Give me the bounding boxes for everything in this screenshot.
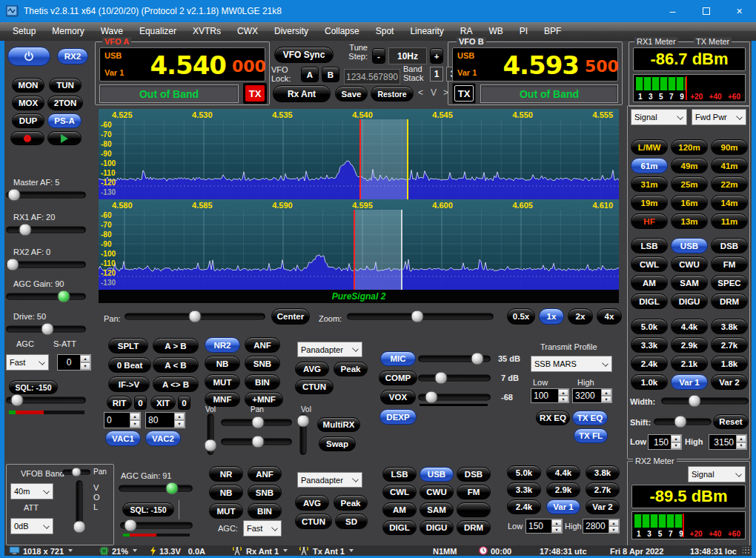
band-stack-1[interactable]: 1 <box>430 67 443 82</box>
slider-knob[interactable] <box>19 224 31 236</box>
tx-high-stepper[interactable]: 3200 ▲▼ <box>572 388 612 403</box>
mut-button[interactable]: MUT <box>205 374 240 390</box>
zero-beat-button[interactable]: 0 Beat <box>108 357 151 373</box>
rx2-mode-button[interactable]: DRM <box>457 520 491 535</box>
rx1-vol-slider[interactable] <box>204 413 216 455</box>
minimize-button[interactable]: – <box>656 0 689 22</box>
filter-button[interactable]: 4.4k <box>671 319 708 334</box>
menu-item[interactable]: PI <box>511 22 536 41</box>
two-tone-button[interactable]: 2TON <box>47 96 83 110</box>
mox-button[interactable]: MOX <box>12 96 44 110</box>
band-button[interactable]: 120m <box>671 139 708 155</box>
tune-step-down-button[interactable]: - <box>372 48 385 64</box>
stepper-arrows[interactable]: ▲▼ <box>80 355 90 370</box>
subrx-vol-slider[interactable] <box>296 413 309 455</box>
stepper-arrows[interactable]: ▲▼ <box>671 435 681 449</box>
filter-shift-slider[interactable] <box>654 415 712 428</box>
mic-button[interactable]: MIC <box>380 351 416 366</box>
rx2-agc-combo[interactable]: Fast <box>243 520 282 537</box>
zoom-preset-button[interactable]: 4x <box>597 308 622 325</box>
rx2-button[interactable]: RX2 <box>57 48 88 64</box>
band-button[interactable]: 13m <box>671 213 708 229</box>
tx-ant-selector[interactable]: Tx Ant 1 <box>298 545 354 556</box>
filter-button[interactable]: 1.0k <box>631 374 668 390</box>
restore-button[interactable]: Restore <box>371 86 414 102</box>
vox-button[interactable]: VOX <box>380 390 416 405</box>
rx2-mut-button[interactable]: MUT <box>209 503 243 519</box>
memory-prev-button[interactable]: < <box>418 87 423 98</box>
slider-knob[interactable] <box>251 416 264 429</box>
rx1-af-slider[interactable] <box>6 223 86 236</box>
stepper-arrows[interactable]: ▲▼ <box>130 413 140 428</box>
filter-low-stepper[interactable]: 150 ▲▼ <box>648 434 682 450</box>
rx1-peak-button[interactable]: Peak <box>334 362 368 376</box>
xit-button[interactable]: XIT <box>150 396 176 410</box>
mode-button[interactable]: LSB <box>631 238 668 253</box>
band-button[interactable]: 90m <box>711 139 748 155</box>
slider-knob[interactable] <box>72 468 82 477</box>
mode-button[interactable]: DIGL <box>631 293 668 309</box>
anf-button[interactable]: ANF <box>245 337 280 353</box>
filter-button[interactable]: 3.8k <box>711 319 748 334</box>
menu-item[interactable]: XVTRs <box>185 22 229 41</box>
mode-button[interactable]: SAM <box>671 275 708 290</box>
rx2-af-slider[interactable] <box>6 258 86 271</box>
slider-knob[interactable] <box>57 290 70 303</box>
memory-next-button[interactable]: > <box>443 87 448 98</box>
stepper-arrows[interactable]: ▲▼ <box>609 519 619 533</box>
rx2-filter-button[interactable]: Var 2 <box>586 499 620 514</box>
play-button[interactable] <box>47 131 82 145</box>
shift-reset-button[interactable]: Reset <box>713 414 749 429</box>
transmit-profile-combo[interactable]: SSB MARS <box>531 356 612 372</box>
rx2-mode-button[interactable]: SAM <box>420 502 454 517</box>
rx2-snb-button[interactable]: SNB <box>248 485 282 500</box>
band-button[interactable]: 22m <box>711 176 748 192</box>
menu-item[interactable]: Collapse <box>316 22 368 41</box>
zoom-preset-button[interactable]: 2x <box>568 308 593 325</box>
slider-knob[interactable] <box>73 520 85 533</box>
vfo-lock-b-button[interactable]: B <box>322 67 339 82</box>
filter-button[interactable]: Var 2 <box>711 374 748 390</box>
sql-button[interactable]: SQL: -150 <box>9 380 58 394</box>
power-button[interactable] <box>7 47 50 66</box>
rit-stepper[interactable]: 0 ▲▼ <box>104 412 141 428</box>
rx2-avg-button[interactable]: AVG <box>295 495 329 511</box>
memory-v-button[interactable]: V <box>431 87 437 98</box>
vfo-sync-button[interactable]: VFO Sync <box>274 47 334 63</box>
rx2-nb-button[interactable]: NB <box>209 485 243 500</box>
nr2-button[interactable]: NR2 <box>205 337 240 353</box>
vfo-b-display[interactable]: USB Var 1 4.593 500 <box>452 47 618 82</box>
rx2-filter-button[interactable]: 2.4k <box>507 499 541 514</box>
mode-button[interactable]: AM <box>631 275 668 290</box>
zoom-preset-button[interactable]: 0.5x <box>507 308 535 325</box>
slider-knob[interactable] <box>674 416 686 428</box>
band-button[interactable]: 25m <box>671 176 708 192</box>
slider-knob[interactable] <box>688 395 700 408</box>
rx2-agc-gain-slider[interactable] <box>119 482 193 495</box>
mic-gain-slider[interactable] <box>418 353 491 365</box>
filter-button[interactable]: 2.4k <box>631 356 668 371</box>
rx2-mode-button[interactable]: DIGU <box>420 520 454 535</box>
filter-width-slider[interactable] <box>661 394 749 408</box>
rx2-filter-button[interactable]: Var 1 <box>546 499 580 514</box>
drive-slider[interactable] <box>6 322 86 336</box>
maximize-button[interactable] <box>689 0 723 22</box>
a-swap-b-button[interactable]: A <> B <box>153 376 199 392</box>
slider-knob[interactable] <box>42 323 54 336</box>
slider-knob[interactable] <box>296 415 309 428</box>
band-button[interactable]: 11m <box>711 213 748 229</box>
rx2-peak-button[interactable]: Peak <box>334 495 368 511</box>
vfo-b-tx-indicator[interactable]: TX <box>452 83 476 104</box>
vox-slider[interactable] <box>418 391 491 403</box>
stepper-arrows[interactable]: ▲▼ <box>174 413 185 428</box>
dexp-button[interactable]: DEXP <box>379 409 417 425</box>
comp-button[interactable]: COMP <box>379 371 417 385</box>
zoom-preset-button[interactable]: 1x <box>539 308 564 325</box>
record-button[interactable] <box>10 131 44 145</box>
rit-button[interactable]: RIT <box>107 396 132 410</box>
filter-button[interactable]: Var 1 <box>671 374 708 390</box>
band-button[interactable]: 31m <box>631 176 668 192</box>
filter-button[interactable]: 2.7k <box>711 337 748 353</box>
rx2-mode-button[interactable]: CWU <box>420 485 454 499</box>
rx2-mode-button[interactable]: AM <box>382 502 417 517</box>
